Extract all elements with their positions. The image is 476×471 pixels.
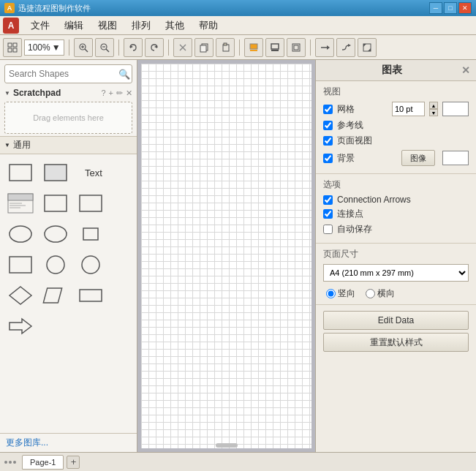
grid-spinner[interactable]: ▲ ▼ [429,102,438,116]
zoom-in-button[interactable] [74,38,93,57]
bend-button[interactable] [336,38,355,57]
connection-arrows-row: Connection Arrows [323,195,469,205]
shape-rect-solid[interactable] [39,159,72,186]
scratchpad-close[interactable]: ✕ [126,88,132,98]
page-view-row: 页面视图 [323,135,469,147]
svg-marker-29 [363,44,366,47]
scratchpad-help[interactable]: ? [101,88,105,97]
grid-color-box[interactable] [442,102,469,116]
svg-rect-3 [13,48,17,52]
shape-ellipse2[interactable] [39,220,72,248]
guidelines-checkbox[interactable] [323,121,333,130]
portrait-label: 竖向 [338,287,355,300]
copy-button[interactable] [194,38,214,57]
delete-button[interactable] [173,38,192,57]
shape-heading[interactable] [4,189,37,217]
shape-rect-outline3[interactable] [75,189,107,217]
svg-point-45 [82,256,99,274]
app-title: 迅捷流程图制作软件 [18,3,429,14]
svg-rect-48 [80,290,102,301]
background-color-box[interactable] [442,151,469,165]
orientation-group: 竖向 横向 [323,287,469,300]
shape-circle1[interactable] [39,251,72,279]
right-panel-close-button[interactable]: ✕ [461,64,470,76]
reset-style-button[interactable]: 重置默认样式 [323,333,469,352]
zoom-out-button[interactable] [95,38,114,57]
minimize-button[interactable]: ─ [429,2,442,14]
shape-arrow[interactable] [4,312,37,340]
view-section-title: 视图 [323,86,469,98]
page-view-checkbox[interactable] [323,136,333,146]
dot3 [13,461,16,464]
scratchpad-toggle[interactable]: ▼ [4,90,10,97]
scratchpad-header: ▼ Scratchpad ? + ✏ ✕ [0,86,137,99]
stroke-button[interactable] [265,38,284,57]
auto-save-checkbox[interactable] [323,225,333,234]
canvas-area[interactable] [137,60,315,452]
background-checkbox[interactable] [323,154,333,163]
more-shapes-link[interactable]: 更多图库... [0,433,137,452]
menu-help[interactable]: 帮助 [192,18,225,34]
page-tab[interactable]: Page-1 [22,455,64,470]
expand-button[interactable] [358,38,377,57]
shape-rect-outline2[interactable] [39,189,72,217]
undo-button[interactable] [124,38,143,57]
svg-marker-27 [348,44,351,47]
grid-checkbox[interactable] [323,105,333,114]
sep5 [310,39,311,56]
menu-view[interactable]: 视图 [91,18,124,34]
close-button[interactable]: ✕ [458,2,472,14]
shape-rect-border[interactable] [4,251,37,279]
grid-button[interactable] [3,38,22,57]
shape-circle2[interactable] [75,251,107,279]
background-label: 背景 [337,152,397,165]
background-image-button[interactable]: 图像 [401,150,435,166]
maximize-button[interactable]: □ [444,2,457,14]
menu-other[interactable]: 其他 [158,18,192,34]
connection-points-label: 连接点 [337,208,469,220]
portrait-option[interactable]: 竖向 [326,287,355,300]
shape-diamond[interactable] [4,282,37,309]
add-page-button[interactable]: + [67,456,80,469]
search-box[interactable]: 🔍 [4,64,132,83]
shape-rect-outline[interactable] [4,159,37,186]
shape-parallelogram[interactable] [39,282,72,309]
grid-spin-down[interactable]: ▼ [429,109,438,116]
menu-arrange[interactable]: 排列 [124,18,158,34]
search-input[interactable] [9,69,118,79]
landscape-radio[interactable] [366,289,375,298]
general-section-header[interactable]: ▼ 通用 [0,136,137,154]
menu-bar: A 文件 编辑 视图 排列 其他 帮助 [0,16,476,35]
svg-rect-22 [271,50,279,51]
fill-button[interactable] [244,38,263,57]
scratchpad-edit[interactable]: ✏ [116,88,123,98]
portrait-radio[interactable] [326,289,336,298]
paste-button[interactable] [216,38,235,57]
frame-button[interactable] [287,38,306,57]
shape-text[interactable]: Text [75,159,113,186]
shape-rect-small[interactable] [75,220,107,248]
svg-point-44 [47,256,64,274]
landscape-label: 横向 [377,287,395,300]
svg-marker-30 [368,48,371,51]
redo-button[interactable] [145,38,164,57]
connection-arrows-checkbox[interactable] [323,195,333,205]
landscape-option[interactable]: 横向 [366,287,395,300]
menu-file[interactable]: 文件 [23,18,57,34]
canvas-inner[interactable] [141,64,311,448]
scratchpad-drop-label: Drag elements here [33,113,104,122]
canvas-handle[interactable] [216,443,238,448]
svg-rect-16 [200,45,206,52]
arrow-button[interactable] [315,38,334,57]
menu-edit[interactable]: 编辑 [57,18,91,34]
grid-spin-up[interactable]: ▲ [429,102,438,109]
shape-rect-more[interactable] [75,282,107,309]
edit-data-button[interactable]: Edit Data [323,311,469,330]
page-size-select[interactable]: A4 (210 mm x 297 mm) A3 (297 mm x 420 mm… [323,264,469,282]
scratchpad-drop-area[interactable]: Drag elements here [4,102,132,134]
connection-points-checkbox[interactable] [323,209,333,219]
scratchpad-add[interactable]: + [109,88,113,97]
section-label: 通用 [13,139,31,151]
shape-ellipse1[interactable] [4,220,37,248]
svg-rect-38 [45,195,67,211]
